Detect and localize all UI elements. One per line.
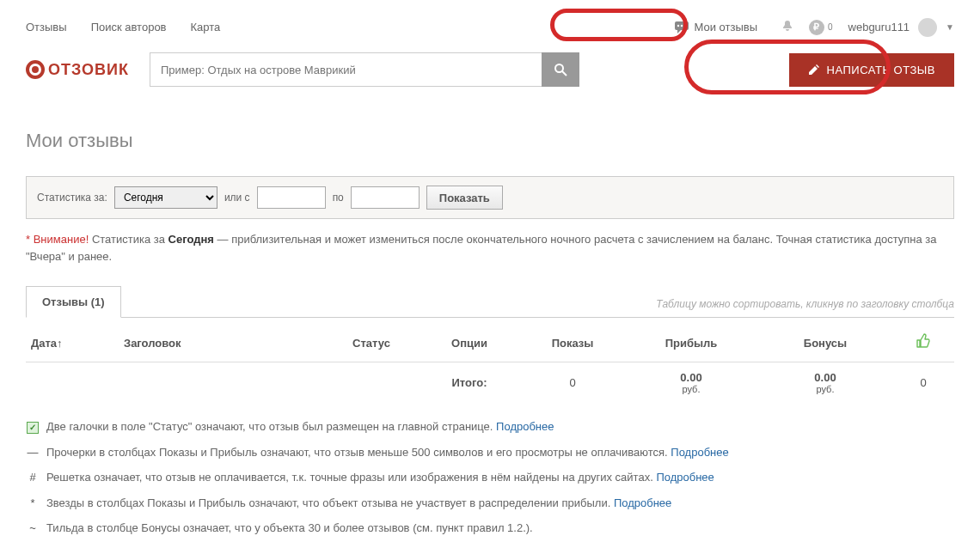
th-date[interactable]: Дата↑: [26, 325, 119, 362]
legend-more-link-2[interactable]: Подробнее: [671, 446, 728, 459]
nav-reviews[interactable]: Отзывы: [26, 21, 67, 33]
svg-point-2: [677, 24, 679, 26]
nav-authors-search[interactable]: Поиск авторов: [91, 21, 167, 33]
ruble-icon: ₽: [809, 20, 824, 35]
table-sort-hint: Таблицу можно сортировать, кликнув по за…: [656, 298, 954, 317]
totals-thumbs: 0: [892, 362, 954, 404]
th-title[interactable]: Заголовок: [119, 325, 325, 362]
period-select[interactable]: Сегодня: [114, 186, 217, 209]
search-input[interactable]: [150, 52, 542, 87]
show-button[interactable]: Показать: [426, 186, 503, 210]
date-to-input[interactable]: [351, 186, 420, 209]
legend: ✓ Две галочки в поле "Статус" означают, …: [26, 418, 954, 537]
user-menu[interactable]: webguru111 ▼: [848, 18, 954, 37]
legend-more-link-1[interactable]: Подробнее: [496, 420, 554, 433]
th-options[interactable]: Опции: [418, 325, 521, 362]
th-bonuses[interactable]: Бонусы: [758, 325, 892, 362]
th-views[interactable]: Показы: [521, 325, 624, 362]
nav-map[interactable]: Карта: [191, 21, 221, 33]
brand-text: ОТЗОВИК: [48, 61, 129, 79]
legend-more-link-3[interactable]: Подробнее: [656, 471, 714, 484]
stats-filter: Статистика за: Сегодня или с по Показать: [26, 176, 954, 219]
logo-icon: [26, 60, 45, 79]
pencil-icon: [808, 64, 820, 76]
double-check-icon: ✓: [27, 422, 39, 434]
write-review-button[interactable]: НАПИСАТЬ ОТЗЫВ: [789, 53, 954, 87]
legend-more-link-4[interactable]: Подробнее: [614, 496, 671, 509]
date-from-input[interactable]: [257, 186, 326, 209]
th-thumbs[interactable]: [892, 325, 954, 362]
chevron-down-icon: ▼: [946, 22, 954, 32]
th-profit[interactable]: Прибыль: [624, 325, 758, 362]
totals-bonuses: 0.00 руб.: [758, 362, 892, 404]
avatar: [918, 18, 937, 37]
page-title: Мои отзывы: [26, 130, 954, 152]
balance-value: 0: [828, 22, 833, 32]
reviews-table: Дата↑ Заголовок Статус Опции Показы Приб…: [26, 325, 954, 403]
bell-icon[interactable]: [781, 20, 793, 34]
thumb-up-icon: [916, 335, 931, 352]
to-label: по: [333, 192, 344, 204]
svg-point-3: [681, 24, 683, 26]
totals-views: 0: [521, 362, 624, 404]
brand-logo[interactable]: ОТЗОВИК: [26, 60, 129, 79]
tab-reviews[interactable]: Отзывы (1): [26, 286, 121, 318]
search-icon: [554, 63, 567, 76]
table-totals-row: Итого: 0 0.00 руб. 0.00 руб. 0: [26, 362, 954, 404]
nav-my-reviews-label: Мои отзывы: [694, 21, 757, 33]
totals-profit: 0.00 руб.: [624, 362, 758, 404]
nav-my-reviews[interactable]: Мои отзывы: [666, 17, 766, 37]
stats-for-label: Статистика за:: [37, 192, 107, 204]
th-status[interactable]: Статус: [325, 325, 418, 362]
svg-line-6: [562, 71, 567, 76]
username-label: webguru111: [848, 21, 910, 33]
svg-point-5: [555, 64, 563, 72]
warning-text: * Внимание! Статистика за Сегодня — приб…: [26, 231, 954, 265]
svg-point-4: [684, 24, 686, 26]
write-review-label: НАПИСАТЬ ОТЗЫВ: [827, 64, 935, 76]
balance[interactable]: ₽ 0: [809, 20, 833, 35]
svg-marker-1: [677, 29, 682, 33]
or-from-label: или с: [224, 192, 250, 204]
chat-icon: [675, 21, 689, 33]
search-button[interactable]: [542, 52, 579, 87]
